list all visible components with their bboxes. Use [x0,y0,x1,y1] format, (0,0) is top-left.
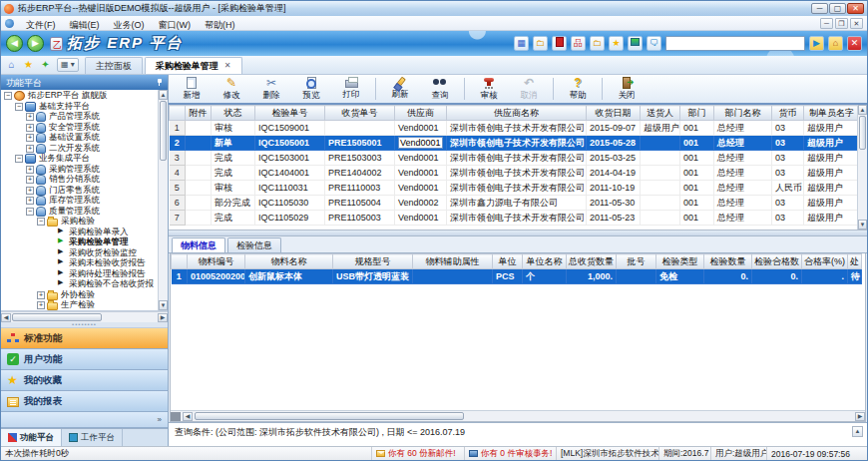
menu-窗口(W)[interactable]: 窗口(W) [152,19,199,31]
column-header-状态[interactable]: 状态 [212,106,255,121]
mdi-minimize-button[interactable]: ─ [820,18,833,29]
mdi-restore-button[interactable]: ❐ [835,18,848,29]
expand-icon[interactable]: + [26,124,34,132]
menu-帮助(H)[interactable]: 帮助(H) [198,19,242,31]
sidebar-tab-功能平台[interactable]: 功能平台 [1,429,62,446]
toolbar-button-打印[interactable]: 打印 [332,75,370,103]
column-header-检验数量[interactable]: 检验数量 [704,254,752,269]
toolbar-button-关闭[interactable]: 关闭 [608,75,646,103]
orgchart-icon[interactable]: 品 [571,36,586,51]
inspection-order-row[interactable]: 5审核IQC1110031PRE1110003Vend0001深圳市领创电子技术… [170,181,858,196]
column-header-部门[interactable]: 部门 [680,106,714,121]
banner-search-input[interactable] [665,36,805,51]
inspection-order-row[interactable]: 4完成IQC1404001PRE1404002Vend0001深圳市领创电子技术… [170,166,858,181]
toolbar-button-刷新[interactable]: 刷新 [381,75,419,103]
scroll-right-icon[interactable]: ▶ [158,313,168,322]
inline-edit-field[interactable]: Vend0001 [398,137,443,149]
column-header-检验单号[interactable]: 检验单号 [255,106,325,121]
column-header-部门名称[interactable]: 部门名称 [714,106,772,121]
expand-icon[interactable]: + [26,187,34,195]
accordion-overflow-row[interactable]: » [1,412,168,428]
accordion-标准功能[interactable]: 标准功能 [1,328,168,349]
menu-业务(O)[interactable]: 业务(O) [107,19,152,31]
grid-vertical-scrollbar[interactable]: ▲ ▼ [857,105,867,230]
chevron-more-icon[interactable]: » [158,415,162,424]
menu-编辑(E)[interactable]: 编辑(E) [63,19,107,31]
accordion-用户功能[interactable]: 用户功能 [1,349,168,370]
scroll-down-icon[interactable]: ▼ [858,220,867,230]
folder-add-icon[interactable]: 🗀 [590,36,605,51]
accordion-我的收藏[interactable]: 我的收藏 [1,370,168,391]
exit-icon[interactable]: ✕ [847,36,862,51]
expand-icon[interactable]: + [26,113,34,121]
expand-icon[interactable]: + [37,291,45,299]
column-header-物料名称[interactable]: 物料名称 [245,254,333,269]
inspection-order-row[interactable]: 1审核IQC1509001Vend0001深圳市领创电子技术开发有限公司2015… [170,121,858,136]
expand-icon[interactable]: + [26,176,34,184]
collapse-panel-icon[interactable]: ▲ [852,426,863,437]
inspection-order-row[interactable]: 6部分完成IQC1105030PRE1105004Vend0002深圳市鑫力源电… [170,196,858,211]
help-bubble-icon[interactable]: 🗨 [647,36,661,51]
view-selector-button[interactable]: ▦ ▾ [57,58,79,72]
column-header-单位名称[interactable]: 单位名称 [523,254,567,269]
material-detail-row[interactable]: 10100520020000创新鼠标本体USB带灯透明蓝装PCS个1,000.免… [172,269,862,284]
column-header-检验合格数[interactable]: 检验合格数 [752,254,802,269]
detail-tab-物料信息[interactable]: 物料信息 [172,237,225,252]
tab-主控面板[interactable]: 主控面板 [85,57,143,74]
toolbar-button-帮助[interactable]: 帮助 [559,75,597,103]
collapse-icon[interactable]: − [26,208,34,216]
close-button[interactable]: ✕ [847,3,864,14]
column-header-收货单号[interactable]: 收货单号 [325,106,395,121]
column-header-送货人[interactable]: 送货人 [641,106,680,121]
menu-文件(F)[interactable]: 文件(F) [19,19,63,31]
toolbar-button-删除[interactable]: 删除 [252,75,290,103]
toolbar-button-查询[interactable]: 查询 [421,75,459,103]
inspection-order-row[interactable]: 2新单IQC1505001PRE1505001Vend0001深圳市领创电子技术… [170,136,858,151]
toolbar-button-修改[interactable]: 修改 [213,75,250,103]
column-header-货币[interactable]: 货币 [772,106,804,121]
scroll-left-icon[interactable]: ◀ [183,412,193,421]
column-header-供应商[interactable]: 供应商 [395,106,447,121]
tree-vertical-scrollbar[interactable]: ▲ ▼ [158,90,168,310]
detail-tab-检验信息[interactable]: 检验信息 [227,237,281,252]
folder-icon[interactable]: 🗀 [533,36,548,51]
maximize-button[interactable]: ▢ [829,3,846,14]
scroll-left-icon[interactable]: ◀ [1,313,11,322]
column-header-供应商名称[interactable]: 供应商名称 [447,106,587,121]
minimize-button[interactable]: ─ [811,3,828,14]
layout-icon[interactable]: ▦ [514,36,529,51]
collapse-icon[interactable]: − [37,218,45,226]
tab-close-icon[interactable]: ✕ [224,58,231,74]
favorites-icon[interactable]: ★ [609,36,624,51]
expand-icon[interactable]: + [26,166,34,174]
scroll-right-icon[interactable]: ▶ [855,412,865,421]
home-icon[interactable]: ⌂ [828,36,843,51]
column-header-附件[interactable]: 附件 [186,106,212,121]
favorite-star-icon[interactable]: ★ [21,58,36,72]
sidebar-tab-工作平台[interactable]: 工作平台 [62,429,123,446]
column-header-物料辅助属性[interactable]: 物料辅助属性 [413,254,493,269]
run-icon[interactable]: ▶ [809,36,824,51]
expand-icon[interactable]: + [26,145,34,153]
expand-icon[interactable]: + [37,301,45,309]
collapse-icon[interactable]: − [15,103,23,111]
column-header-处[interactable]: 处 [848,254,862,269]
column-header-合格率(%)[interactable]: 合格率(%) [802,254,848,269]
scroll-up-icon[interactable]: ▲ [159,90,168,100]
column-header-规格型号[interactable]: 规格型号 [333,254,413,269]
status-audit-tasks[interactable]: 你有 0 件审核事务! [465,447,557,460]
column-header-单位[interactable]: 单位 [493,254,523,269]
accordion-我的报表[interactable]: 我的报表 [1,391,168,412]
column-header-收货日期[interactable]: 收货日期 [587,106,641,121]
tab-采购检验单管理[interactable]: 采购检验单管理✕ [145,57,242,74]
back-button[interactable]: ◀ [6,35,23,52]
desktop-icon[interactable] [628,36,643,51]
inspection-order-row[interactable]: 3完成IQC1503001PRE1503003Vend0001深圳市领创电子技术… [170,151,858,166]
notebook-icon[interactable] [552,36,567,51]
column-header-总收货数量[interactable]: 总收货数量 [567,254,617,269]
pin-icon[interactable] [156,79,163,86]
mdi-close-button[interactable]: ✕ [850,18,863,29]
toolbar-button-预览[interactable]: 预览 [292,75,330,103]
expand-icon[interactable]: + [26,197,34,205]
expand-icon[interactable]: + [26,134,34,142]
